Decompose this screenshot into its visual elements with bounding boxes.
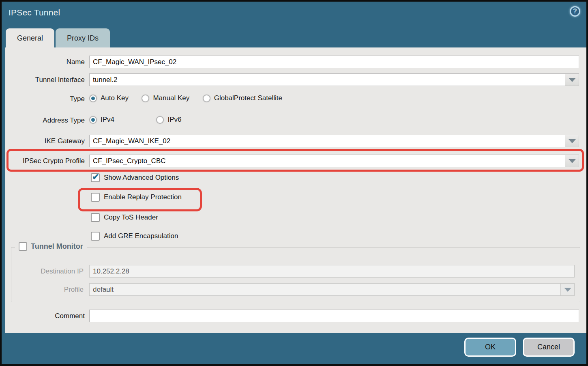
tunnel-monitor-label: Tunnel Monitor: [31, 242, 83, 251]
ike-gateway-label: IKE Gateway: [5, 137, 89, 145]
screenshot-frame: IPSec Tunnel ? General Proxy IDs Name Tu…: [0, 0, 588, 366]
show-advanced-options-label: Show Advanced Options: [104, 174, 179, 182]
comment-input[interactable]: [89, 310, 579, 322]
name-label: Name: [5, 58, 89, 66]
radio-unselected-icon: [156, 116, 164, 124]
checkbox-checked-icon[interactable]: [91, 173, 100, 182]
radio-selected-icon: [89, 95, 97, 102]
ipsec-crypto-profile-dropdown-button[interactable]: [565, 155, 579, 167]
tunnel-interface-label: Tunnel Interface: [5, 76, 89, 84]
add-gre-encapsulation-label: Add GRE Encapsulation: [104, 232, 178, 240]
copy-tos-header-label: Copy ToS Header: [104, 213, 158, 222]
radio-ipv4[interactable]: IPv4: [89, 116, 114, 124]
name-row: Name: [5, 56, 586, 68]
ike-gateway-dropdown-button[interactable]: [565, 135, 579, 147]
tab-bar: General Proxy IDs: [6, 28, 110, 48]
profile-input: [89, 283, 561, 296]
ike-gateway-row: IKE Gateway: [5, 135, 586, 147]
ipsec-crypto-profile-input[interactable]: [89, 155, 565, 167]
chevron-down-icon: [569, 159, 576, 163]
radio-ipv4-label: IPv4: [101, 116, 114, 124]
type-label: Type: [5, 95, 89, 103]
checkbox-unchecked-icon[interactable]: [91, 193, 100, 202]
radio-globalprotect-satellite-label: GlobalProtect Satellite: [214, 94, 282, 102]
comment-label: Comment: [5, 312, 89, 320]
chevron-down-icon: [564, 288, 571, 292]
tunnel-monitor-fieldset: Tunnel Monitor Destination IP Profile: [11, 247, 580, 302]
dialog-footer: OK Cancel: [464, 338, 575, 357]
add-gre-encapsulation-checkbox-row[interactable]: Add GRE Encapsulation: [91, 231, 178, 241]
profile-label: Profile: [11, 286, 89, 294]
address-type-radio-group: IPv4 IPv6: [89, 116, 193, 125]
tunnel-interface-dropdown-button[interactable]: [565, 73, 579, 86]
tunnel-monitor-legend[interactable]: Tunnel Monitor: [15, 242, 87, 251]
checkbox-unchecked-icon[interactable]: [91, 213, 100, 222]
radio-unselected-icon: [203, 95, 210, 102]
radio-auto-key[interactable]: Auto Key: [89, 94, 129, 102]
radio-ipv6-label: IPv6: [167, 116, 181, 124]
radio-globalprotect-satellite[interactable]: GlobalProtect Satellite: [203, 94, 282, 102]
address-type-row: Address Type IPv4 IPv6: [5, 115, 586, 126]
destination-ip-label: Destination IP: [11, 267, 89, 276]
general-tab-panel: Name Tunnel Interface Type: [5, 47, 586, 333]
enable-replay-protection-checkbox-row[interactable]: Enable Replay Protection: [91, 192, 182, 202]
copy-tos-header-checkbox-row[interactable]: Copy ToS Header: [91, 212, 158, 223]
enable-replay-protection-label: Enable Replay Protection: [104, 193, 182, 201]
type-row: Type Auto Key Manual Key GlobalProtect S…: [5, 93, 586, 105]
ipsec-tunnel-dialog: IPSec Tunnel ? General Proxy IDs Name Tu…: [2, 2, 586, 364]
dialog-title: IPSec Tunnel: [9, 8, 60, 17]
cancel-button[interactable]: Cancel: [523, 338, 575, 357]
name-input[interactable]: [89, 56, 579, 68]
radio-selected-icon: [89, 116, 97, 124]
checkbox-unchecked-icon[interactable]: [91, 232, 100, 241]
ipsec-crypto-profile-row: IPSec Crypto Profile: [5, 155, 586, 167]
ipsec-crypto-profile-label: IPSec Crypto Profile: [5, 157, 89, 165]
title-bar: IPSec Tunnel ?: [2, 2, 586, 27]
type-radio-group: Auto Key Manual Key GlobalProtect Satell…: [89, 94, 294, 104]
tab-general[interactable]: General: [6, 28, 54, 48]
destination-ip-input: [89, 265, 575, 278]
address-type-label: Address Type: [5, 116, 89, 125]
radio-ipv6[interactable]: IPv6: [156, 116, 181, 124]
radio-auto-key-label: Auto Key: [101, 94, 129, 102]
radio-manual-key-label: Manual Key: [153, 94, 189, 102]
checkbox-unchecked-icon[interactable]: [19, 242, 27, 251]
help-icon[interactable]: ?: [570, 6, 580, 17]
tunnel-interface-input[interactable]: [89, 73, 565, 86]
comment-row: Comment: [5, 310, 586, 322]
chevron-down-icon: [569, 139, 576, 143]
show-advanced-options-checkbox-row[interactable]: Show Advanced Options: [91, 172, 179, 183]
profile-row: Profile: [11, 283, 580, 296]
profile-dropdown-button: [560, 283, 575, 296]
ike-gateway-input[interactable]: [89, 135, 565, 147]
tunnel-interface-row: Tunnel Interface: [5, 73, 586, 86]
tab-proxy-ids[interactable]: Proxy IDs: [56, 28, 110, 48]
radio-manual-key[interactable]: Manual Key: [142, 94, 189, 102]
chevron-down-icon: [569, 78, 576, 82]
ok-button[interactable]: OK: [464, 338, 516, 357]
destination-ip-row: Destination IP: [11, 265, 580, 278]
radio-unselected-icon: [142, 95, 149, 102]
